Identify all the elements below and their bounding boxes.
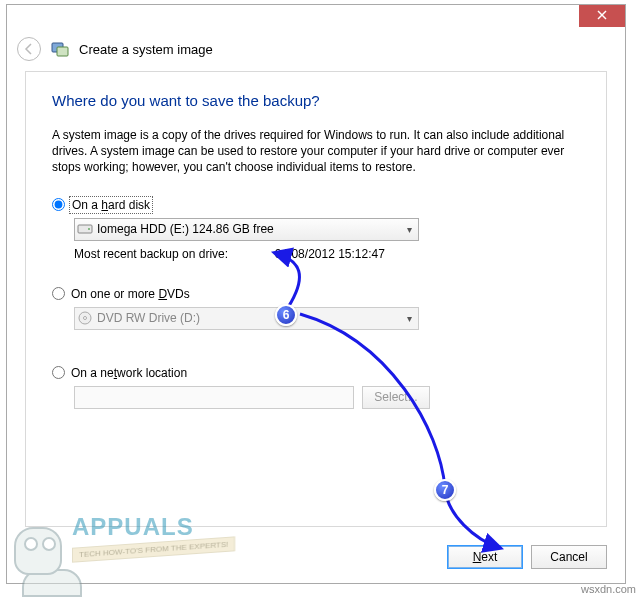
main-heading: Where do you want to save the backup? [52,92,580,109]
svg-point-7 [84,317,87,320]
titlebar [7,5,625,31]
recent-backup-label: Most recent backup on drive: [74,247,228,261]
chevron-down-icon: ▾ [400,313,418,324]
back-button[interactable] [17,37,41,61]
system-image-icon [51,40,69,58]
chevron-down-icon: ▾ [400,224,418,235]
hard-disk-dropdown-value: Iomega HDD (E:) 124.86 GB free [95,222,400,236]
radio-hard-disk-label[interactable]: On a hard disk [71,198,151,212]
dvd-dropdown: DVD RW Drive (D:) ▾ [74,307,419,330]
recent-backup-value: 04/08/2012 15:12:47 [275,247,385,261]
radio-dvd-label[interactable]: On one or more DVDs [71,287,190,301]
description-text: A system image is a copy of the drives r… [52,127,580,176]
content-panel: Where do you want to save the backup? A … [25,71,607,527]
dvd-dropdown-value: DVD RW Drive (D:) [95,311,400,325]
drive-icon [75,223,95,235]
close-button[interactable] [579,5,625,27]
radio-dvd[interactable] [52,287,65,300]
hard-disk-dropdown[interactable]: Iomega HDD (E:) 124.86 GB free ▾ [74,218,419,241]
arrow-left-icon [23,43,35,55]
network-path-input [74,386,354,409]
radio-network[interactable] [52,366,65,379]
next-button[interactable]: Next [447,545,523,569]
annotation-badge-6: 6 [275,304,297,326]
close-icon [597,10,607,20]
site-credit: wsxdn.com [581,583,636,595]
svg-point-5 [88,228,90,230]
svg-rect-3 [57,47,68,56]
radio-hard-disk[interactable] [52,198,65,211]
cancel-button[interactable]: Cancel [531,545,607,569]
wizard-window: Create a system image Where do you want … [6,4,626,584]
disc-icon [75,311,95,325]
select-network-button: Select... [362,386,430,409]
page-title: Create a system image [79,42,213,57]
recent-backup-row: Most recent backup on drive: 04/08/2012 … [74,247,580,261]
annotation-badge-7: 7 [434,479,456,501]
option-hard-disk: On a hard disk Iomega HDD (E:) 124.86 GB… [52,198,580,261]
option-dvd: On one or more DVDs DVD RW Drive (D:) ▾ [52,287,580,330]
header-row: Create a system image [7,31,625,73]
radio-network-label[interactable]: On a network location [71,366,187,380]
option-network: On a network location Select... [52,366,580,409]
footer-buttons: Next Cancel [25,545,607,569]
